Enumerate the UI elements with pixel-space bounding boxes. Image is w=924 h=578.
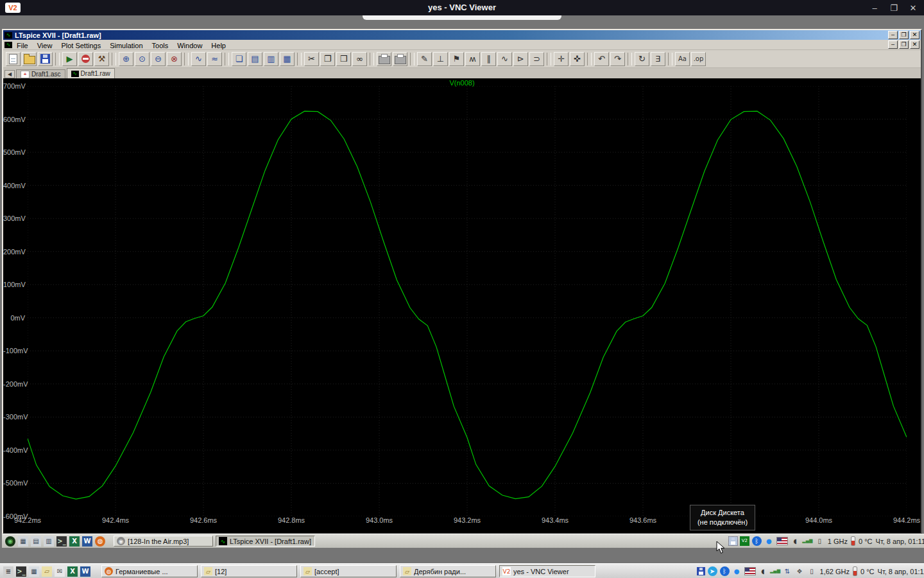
word-icon[interactable]: W [82,536,92,547]
cascade-windows-button[interactable]: ❏ [232,52,246,66]
display-settings-icon[interactable]: ▦ [29,566,39,577]
new-schematic-button[interactable] [6,52,21,66]
save-button[interactable] [38,52,53,66]
cpu-meter-tray-icon[interactable]: ▯ [807,566,817,576]
menu-plot-settings[interactable]: Plot Settings [56,42,105,49]
arrange-windows-button[interactable]: ▦ [280,52,295,66]
print-button[interactable] [377,52,391,66]
spice-directive-button[interactable]: .op [691,52,706,66]
file-manager-icon[interactable]: ▱ [42,566,52,577]
excel-icon[interactable]: X [69,536,80,547]
folder-12-window-button[interactable]: ▱[12] [201,565,297,577]
find-button[interactable]: ∞ [352,52,367,66]
volume-tray-icon[interactable]: ◖ [758,566,768,576]
zoom-full-extents-button[interactable]: ⊗ [167,52,182,66]
autorange-y-axis-button[interactable]: ∿ [191,52,206,66]
water-drop-tray-icon[interactable]: ● [764,536,774,546]
redo-button[interactable]: ↷ [610,52,625,66]
tile-vertical-button[interactable]: ▥ [264,52,278,66]
mail-icon[interactable]: ✉ [55,566,65,577]
ltspice-close-button[interactable]: ✕ [910,31,920,39]
water-drop-tray-icon[interactable]: ● [732,566,742,576]
resistor-button[interactable]: ʍ [465,52,480,66]
telegram-tray-icon[interactable]: ➤ [708,566,717,576]
bluetooth-tray-icon[interactable]: ᛒ [720,566,730,576]
applet-tray-icon[interactable]: ❖ [795,566,805,576]
file-manager-icon[interactable]: ▤ [31,536,41,547]
zoom-out-button[interactable]: ⊖ [151,52,166,66]
wire-button[interactable]: ✎ [417,52,432,66]
keyboard-layout-us-flag-tray-icon[interactable] [744,567,756,575]
bluetooth-tray-icon[interactable]: ᛒ [752,536,762,546]
tab-draft1-asc[interactable]: +Draft1.asc [16,69,65,78]
plot-settings-button[interactable]: ≈ [207,52,222,66]
waveform-plot-panel[interactable]: V(n008) 700mV600mV500mV400mV300mV200mV10… [3,78,921,533]
app-menu-icon[interactable]: ≡ [3,566,13,577]
remote-clock[interactable]: Чт, 8 апр, 01:11 [876,538,924,545]
mdi-close-button[interactable]: ✕ [910,40,920,49]
capacitor-button[interactable]: ∥ [481,52,496,66]
folder-accept-window-button[interactable]: ▱[accept] [300,565,397,577]
menu-view[interactable]: View [33,42,57,49]
signal-bars-tray-icon[interactable]: ▂▄▆ [771,566,780,576]
paste-button[interactable]: ❒ [336,52,351,66]
terminal-icon[interactable]: >_ [56,536,67,547]
close-button[interactable]: ✕ [909,3,918,13]
zoom-box-button[interactable]: ⊙ [135,52,150,66]
text-button[interactable]: Aa [675,52,690,66]
network-tray-icon[interactable]: ⇅ [783,566,792,576]
menu-simulation[interactable]: Simulation [105,42,147,49]
text-editor-icon[interactable]: ▥ [44,536,54,547]
vnc-server-tray-icon[interactable]: V2 [740,536,749,546]
menu-window[interactable]: Window [173,42,207,49]
menu-tools[interactable]: Tools [148,42,173,49]
diode-button[interactable]: ⊳ [513,52,528,66]
open-button[interactable] [22,52,37,66]
cut-button[interactable]: ✂ [304,52,319,66]
terminal-icon[interactable]: >_ [16,566,26,577]
move-button[interactable]: ✛ [554,52,569,66]
vnc-viewer-window-button[interactable]: V2yes - VNC Viewer [499,565,595,577]
plot-grid-area[interactable] [28,86,907,516]
keyboard-layout-us-flag-tray-icon[interactable] [776,537,788,545]
menu-file[interactable]: File [12,42,33,49]
firefox-window-button[interactable]: ◍Германиевые ... [101,565,198,577]
menu-help[interactable]: Help [207,42,230,49]
vnc-toolbar-handle[interactable] [363,15,561,20]
signal-bars-tray-icon[interactable]: ▂▄▆ [803,536,812,546]
maximize-button[interactable]: ❐ [889,3,898,13]
halt-button[interactable] [78,52,93,66]
host-clock[interactable]: Чт, 8 апр, 01:11 [878,568,924,575]
waveform-svg[interactable] [28,86,907,516]
label-net-button[interactable]: ⚑ [449,52,464,66]
floppy-disk-tray-icon[interactable] [729,537,737,545]
mirror-button[interactable]: Ǝ [651,52,665,66]
word-icon[interactable]: W [80,566,90,577]
mdi-restore-button[interactable]: ❐ [899,40,909,49]
tile-horizontal-button[interactable]: ▤ [248,52,262,66]
audio-player-task-button[interactable]: ◉[128-In the Air.mp3] [114,536,213,547]
rotate-button[interactable]: ↻ [635,52,649,66]
app-menu-icon[interactable]: ◉ [5,536,15,547]
zoom-in-button[interactable]: ⊕ [119,52,133,66]
excel-icon[interactable]: X [67,566,78,577]
ltspice-minimize-button[interactable]: – [888,31,898,39]
inductor-button[interactable]: ∿ [497,52,512,66]
battery-tray-icon[interactable]: ▯ [815,536,825,546]
undo-button[interactable]: ↶ [594,52,609,66]
ltspice-restore-button[interactable]: ❐ [899,31,909,39]
copy-button[interactable]: ❐ [320,52,335,66]
firefox-icon[interactable]: ◍ [95,536,105,547]
component-button[interactable]: ⊃ [529,52,544,66]
mdi-minimize-button[interactable]: – [888,40,898,49]
volume-tray-icon[interactable]: ◖ [791,536,800,546]
run-button[interactable]: ▶ [62,52,77,66]
folder-deryabin-window-button[interactable]: ▱Дерябин ради... [400,565,496,577]
show-desktop-icon[interactable]: ▦ [18,536,28,547]
print-preview-button[interactable] [393,52,407,66]
minimize-button[interactable]: – [870,3,879,13]
ltspice-task-button[interactable]: ∿LTspice XVII - [Draft1.raw] [216,536,315,547]
tab-scroll-left-button[interactable]: ◀ [4,70,15,78]
floppy-disk-tray-icon[interactable] [697,567,705,575]
tab-draft1-raw[interactable]: ∿Draft1.raw [67,68,115,78]
